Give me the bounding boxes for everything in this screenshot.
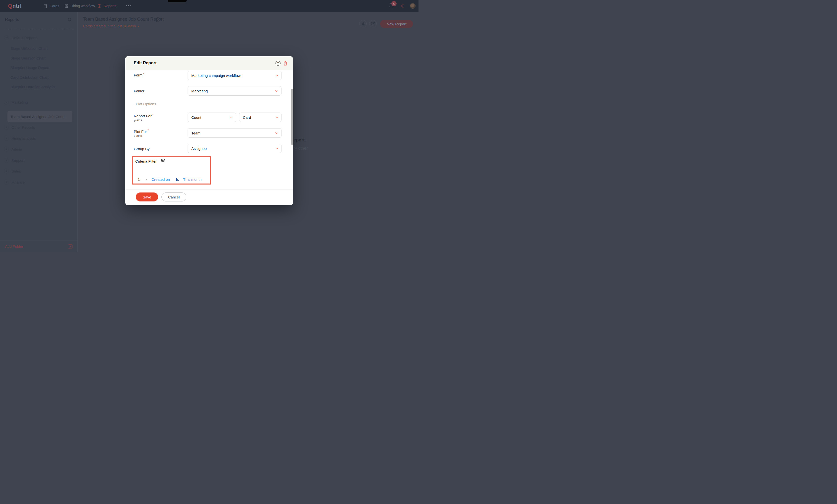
delete-report-trash-icon[interactable] bbox=[283, 61, 287, 66]
compose-icon bbox=[371, 22, 375, 26]
section-label: Other Reports bbox=[12, 125, 35, 129]
criteria-edit-icon[interactable] bbox=[161, 158, 165, 162]
sidebar-section-support[interactable]: Support bbox=[4, 158, 25, 163]
modal-title: Edit Report bbox=[134, 60, 157, 66]
sidebar-item-blueprint-duration[interactable]: Blueprint Duration Analysis bbox=[11, 85, 55, 89]
required-asterisk: * bbox=[143, 72, 144, 76]
chevron-right-circle-icon bbox=[4, 147, 9, 152]
new-report-button[interactable]: New Report bbox=[380, 20, 413, 28]
sidebar-item-stage-utilization[interactable]: Stage Utilization Chart bbox=[11, 46, 48, 51]
criteria-filter-label: Criteria Filter bbox=[135, 159, 157, 163]
folder-select-value: Marketing bbox=[191, 89, 208, 93]
sidebar-section-sales[interactable]: Sales bbox=[4, 168, 21, 174]
empty-state-text-fragment: ry other bbox=[293, 146, 308, 151]
modal-scrollbar-thumb[interactable] bbox=[291, 89, 293, 145]
plot-for-value: Team bbox=[191, 131, 200, 135]
required-asterisk: * bbox=[153, 113, 154, 116]
section-label: Admin bbox=[12, 147, 22, 151]
folder-field-label: Folder bbox=[134, 89, 144, 93]
group-by-select[interactable]: Assignee bbox=[188, 144, 282, 153]
chevron-down-icon bbox=[275, 148, 278, 150]
page-title: Team Based Assignee Job Count Report bbox=[83, 17, 164, 22]
chevron-right-circle-icon bbox=[4, 180, 9, 184]
folder-select[interactable]: Marketing bbox=[188, 86, 282, 96]
sidebar-divider bbox=[4, 29, 73, 29]
section-label: Hiring analysis bbox=[12, 136, 36, 141]
hiring-workflow-icon bbox=[64, 4, 69, 8]
sidebar-item-stage-duration[interactable]: Stage Duration Chart bbox=[11, 56, 46, 60]
sidebar-section-default-reports[interactable]: Default Reports bbox=[4, 35, 37, 40]
chevron-down-icon bbox=[275, 90, 278, 92]
search-icon[interactable] bbox=[68, 17, 72, 22]
help-icon[interactable]: ? bbox=[156, 17, 160, 22]
report-for-entity-select[interactable]: Card bbox=[239, 112, 282, 122]
nav-tab-label: Cards bbox=[50, 4, 59, 8]
user-avatar[interactable] bbox=[410, 3, 415, 9]
section-label: Support bbox=[12, 158, 25, 163]
nav-tab-reports[interactable]: Reports bbox=[97, 0, 116, 12]
sidebar-section-finance[interactable]: Finance bbox=[4, 180, 25, 184]
plot-options-legend: Plot Options bbox=[134, 102, 158, 106]
sidebar-item-card-distribution[interactable]: Card Distribution Chart bbox=[11, 75, 49, 79]
add-folder-button[interactable]: Add Folder + bbox=[0, 240, 77, 252]
form-field-label: Form* bbox=[134, 72, 144, 77]
edit-report-button[interactable] bbox=[369, 20, 377, 28]
modal-help-icon[interactable]: ? bbox=[275, 61, 281, 66]
criteria-field-link[interactable]: Created on bbox=[152, 177, 170, 182]
sidebar-title: Reports bbox=[5, 17, 19, 22]
form-select[interactable]: Marketing campaign workflows bbox=[188, 71, 282, 80]
chevron-right-circle-icon bbox=[4, 136, 9, 141]
sidebar-item-team-based-assignee[interactable]: Team Based Assignee Job Coun... bbox=[11, 114, 68, 119]
chevron-down-icon bbox=[275, 116, 278, 119]
logo-accent: Q bbox=[8, 3, 13, 9]
section-label: Finance bbox=[12, 180, 25, 184]
chevron-right-circle-icon bbox=[4, 168, 9, 174]
sidebar-section-admin[interactable]: Admin bbox=[4, 147, 22, 152]
nav-tab-label: Reports bbox=[104, 4, 116, 8]
nav-more-icon[interactable] bbox=[126, 5, 131, 6]
report-range-dropdown[interactable]: Cards created in the last 30 days bbox=[83, 24, 140, 28]
criteria-operator: Is bbox=[176, 177, 179, 182]
reports-sidebar: Reports Default Reports Stage Utilizatio… bbox=[0, 12, 78, 252]
report-for-metric-select[interactable]: Count bbox=[188, 112, 236, 122]
save-button[interactable]: Save bbox=[136, 193, 158, 201]
section-label: Marketing bbox=[12, 100, 28, 104]
notifications-button[interactable]: 6 bbox=[389, 3, 395, 9]
nav-tab-cards[interactable]: Cards bbox=[43, 0, 59, 12]
criteria-value-link[interactable]: This month bbox=[183, 177, 201, 182]
report-for-metric-value: Count bbox=[191, 115, 201, 120]
cancel-button[interactable]: Cancel bbox=[161, 193, 186, 201]
report-range-label: Cards created in the last 30 days bbox=[83, 24, 136, 28]
chart-view-button[interactable] bbox=[359, 20, 367, 28]
chevron-down-circle-icon bbox=[4, 100, 9, 105]
settings-gear-icon[interactable] bbox=[399, 3, 405, 9]
modal-header: Edit Report ? bbox=[125, 56, 293, 70]
section-label: Sales bbox=[12, 169, 21, 173]
plot-for-select[interactable]: Team bbox=[188, 128, 282, 138]
notification-badge: 6 bbox=[391, 1, 396, 6]
group-by-value: Assignee bbox=[191, 146, 207, 151]
criteria-dash: - bbox=[146, 177, 147, 182]
required-asterisk: * bbox=[148, 129, 149, 132]
form-select-value: Marketing campaign workflows bbox=[191, 73, 243, 78]
top-navbar: Qntrl Cards Hiring workflow Reports bbox=[0, 0, 418, 12]
modal-footer-divider bbox=[125, 189, 293, 190]
chevron-down-icon bbox=[230, 116, 233, 119]
sidebar-section-hiring-analysis[interactable]: Hiring analysis bbox=[4, 136, 36, 141]
nav-tab-label: Hiring workflow bbox=[71, 4, 95, 8]
nav-tab-hiring-workflow[interactable]: Hiring workflow bbox=[64, 0, 95, 12]
screen-notch bbox=[168, 0, 186, 2]
bar-chart-icon bbox=[361, 22, 365, 25]
sidebar-section-other-reports[interactable]: Other Reports bbox=[4, 125, 35, 130]
chevron-down-icon bbox=[275, 75, 278, 77]
group-by-label: Group By bbox=[134, 147, 149, 151]
sidebar-section-marketing[interactable]: Marketing bbox=[4, 100, 28, 105]
cards-icon bbox=[43, 4, 48, 8]
plus-icon: + bbox=[68, 244, 72, 249]
section-label: Default Reports bbox=[12, 36, 37, 40]
chevron-down-circle-icon bbox=[4, 35, 9, 40]
report-for-entity-value: Card bbox=[243, 115, 251, 120]
sidebar-item-blueprint-usage[interactable]: Blueprint Usage Report bbox=[11, 66, 49, 70]
plot-for-label: Plot For* bbox=[134, 129, 149, 134]
qntrl-logo[interactable]: Qntrl bbox=[8, 3, 22, 9]
